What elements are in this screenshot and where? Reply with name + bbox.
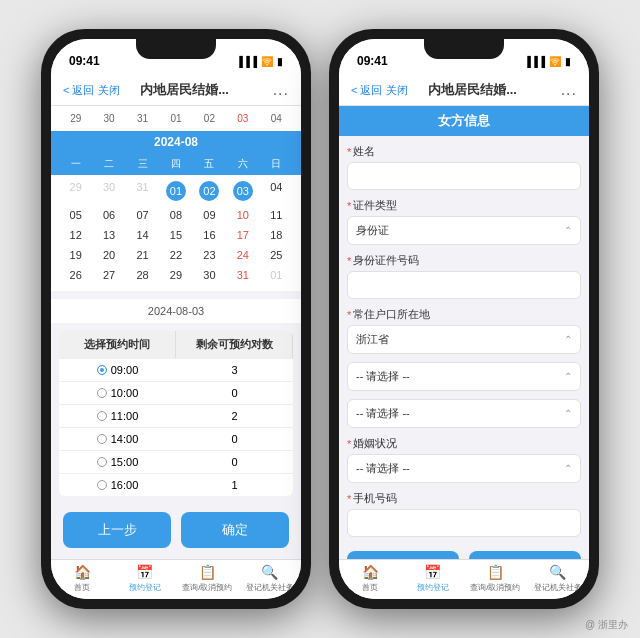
more-button-right[interactable]: ... [561,81,577,99]
cal-day[interactable]: 13 [92,225,125,245]
tab-booking-left[interactable]: 📅 预约登记 [114,564,177,593]
radio-selected[interactable] [97,365,107,375]
calendar-icon-left: 📅 [136,564,153,580]
table-row[interactable]: 15:00 0 [59,450,293,473]
cal-day[interactable]: 09 [193,205,226,225]
radio-dot[interactable] [97,434,107,444]
select-id-type[interactable]: 身份证 ⌃ [347,216,581,245]
cal-day[interactable]: 20 [92,245,125,265]
tab-query-right[interactable]: 📋 查询/取消预约 [464,564,527,593]
cal-day[interactable]: 04 [260,177,293,205]
table-row[interactable]: 11:00 2 [59,404,293,427]
confirm-button-right[interactable]: 确定 [469,551,581,559]
time-cell[interactable]: 14:00 [59,428,176,450]
chevron-icon: ⌃ [564,225,572,236]
table-row[interactable]: 10:00 0 [59,381,293,404]
table-row[interactable]: 09:00 3 [59,358,293,381]
confirm-button-left[interactable]: 确定 [181,512,289,548]
input-name[interactable] [347,162,581,190]
select-city[interactable]: -- 请选择 -- ⌃ [347,362,581,391]
cal-day[interactable]: 27 [92,265,125,285]
cal-day[interactable]: 31 [126,177,159,205]
tab-home-label-right: 首页 [362,582,378,593]
radio-dot[interactable] [97,388,107,398]
time-cell[interactable]: 11:00 [59,405,176,427]
input-id-number[interactable] [347,271,581,299]
cal-day[interactable]: 07 [126,205,159,225]
select-marital[interactable]: -- 请选择 -- ⌃ [347,454,581,483]
label-text-phone: 手机号码 [353,491,397,506]
cal-day[interactable]: 15 [159,225,192,245]
cal-day[interactable]: 29 [59,177,92,205]
label-text-domicile: 常住户口所在地 [353,307,430,322]
time-cell[interactable]: 15:00 [59,451,176,473]
cal-day[interactable]: 03 [226,177,259,205]
time-value: 11:00 [111,410,139,422]
watermark: @ 浙里办 [585,618,628,632]
tab-bar-right: 🏠 首页 📅 预约登记 📋 查询/取消预约 🔍 登记机关社务 [339,559,589,599]
cal-day[interactable]: 10 [226,205,259,225]
table-row[interactable]: 16:00 1 [59,473,293,496]
status-icons-right: ▐▐▐ 🛜 ▮ [524,56,571,67]
radio-dot[interactable] [97,457,107,467]
nav-title-left: 内地居民结婚... [96,81,272,99]
form-group-id-number: * 身份证件号码 [347,253,581,299]
table-row[interactable]: 14:00 0 [59,427,293,450]
cal-day[interactable]: 29 [159,265,192,285]
time-cell[interactable]: 10:00 [59,382,176,404]
more-button-left[interactable]: ... [273,81,289,99]
cal-day[interactable]: 21 [126,245,159,265]
cal-day[interactable]: 30 [92,177,125,205]
cal-day[interactable]: 12 [59,225,92,245]
label-text-name: 姓名 [353,144,375,159]
form-group-phone: * 手机号码 [347,491,581,537]
cal-day[interactable]: 24 [226,245,259,265]
time-cell[interactable]: 09:00 [59,359,176,381]
tab-booking-right[interactable]: 📅 预约登记 [402,564,465,593]
cal-day[interactable]: 30 [193,265,226,285]
cal-day[interactable]: 22 [159,245,192,265]
cal-day[interactable]: 06 [92,205,125,225]
label-text-marital: 婚姻状况 [353,436,397,451]
input-phone[interactable] [347,509,581,537]
select-domicile-province[interactable]: 浙江省 ⌃ [347,325,581,354]
cal-day[interactable]: 08 [159,205,192,225]
back-button-left[interactable]: < 返回 [63,83,94,98]
form-group-city: -- 请选择 -- ⌃ [347,362,581,391]
chevron-icon: ⌃ [564,408,572,419]
cal-day[interactable]: 17 [226,225,259,245]
back-button-right[interactable]: < 返回 [351,83,382,98]
tab-register-right[interactable]: 🔍 登记机关社务 [527,564,590,593]
home-icon-left: 🏠 [74,564,91,580]
wp-2: 30 [92,110,125,127]
count-cell: 1 [176,474,293,496]
cal-day[interactable]: 16 [193,225,226,245]
time-cell[interactable]: 16:00 [59,474,176,496]
cal-day[interactable]: 26 [59,265,92,285]
cal-day[interactable]: 02 [193,177,226,205]
cal-day[interactable]: 25 [260,245,293,265]
cal-day[interactable]: 01 [260,265,293,285]
cal-day[interactable]: 28 [126,265,159,285]
radio-dot[interactable] [97,411,107,421]
required-star: * [347,255,351,267]
list-icon-left: 📋 [199,564,216,580]
cal-day[interactable]: 23 [193,245,226,265]
count-cell: 0 [176,428,293,450]
cal-day[interactable]: 11 [260,205,293,225]
cal-day[interactable]: 14 [126,225,159,245]
cal-day[interactable]: 01 [159,177,192,205]
tab-register-left[interactable]: 🔍 登记机关社务 [239,564,302,593]
tab-home-right[interactable]: 🏠 首页 [339,564,402,593]
select-district[interactable]: -- 请选择 -- ⌃ [347,399,581,428]
back-step-button-left[interactable]: 上一步 [63,512,171,548]
count-cell: 0 [176,382,293,404]
cal-day[interactable]: 05 [59,205,92,225]
radio-dot[interactable] [97,480,107,490]
cal-day[interactable]: 18 [260,225,293,245]
cal-day[interactable]: 31 [226,265,259,285]
back-step-button-right[interactable]: 上一步 [347,551,459,559]
tab-query-left[interactable]: 📋 查询/取消预约 [176,564,239,593]
cal-day[interactable]: 19 [59,245,92,265]
tab-home-left[interactable]: 🏠 首页 [51,564,114,593]
